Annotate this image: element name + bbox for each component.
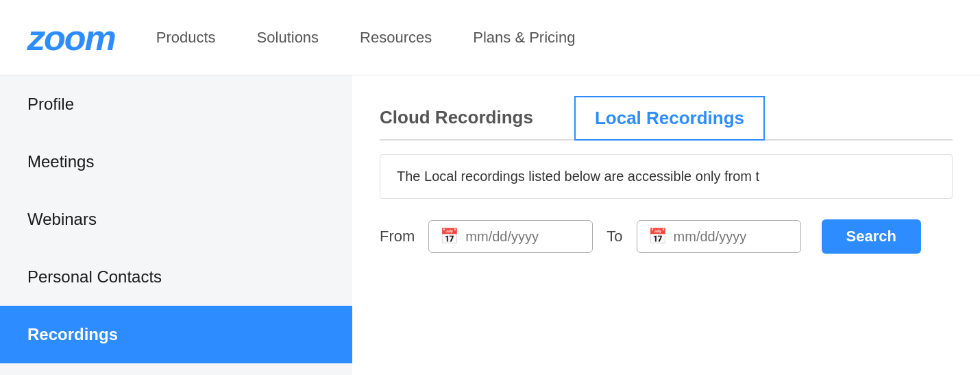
main-layout: Profile Meetings Webinars Personal Conta…	[0, 75, 980, 375]
nav-item-solutions[interactable]: Solutions	[257, 29, 319, 46]
sidebar-item-webinars[interactable]: Webinars	[0, 191, 352, 248]
search-button[interactable]: Search	[822, 219, 921, 254]
content-area: Cloud Recordings Local Recordings The Lo…	[352, 75, 980, 375]
search-row: From 📅 To 📅 Search	[380, 219, 953, 261]
nav-item-resources[interactable]: Resources	[360, 29, 432, 46]
sidebar-item-personal-contacts[interactable]: Personal Contacts	[0, 248, 352, 306]
calendar-icon-to: 📅	[648, 228, 667, 245]
nav-item-plans-pricing[interactable]: Plans & Pricing	[473, 29, 575, 46]
tab-local-recordings[interactable]: Local Recordings	[574, 96, 765, 141]
sidebar-item-settings[interactable]: Settings	[0, 363, 352, 375]
calendar-icon-from: 📅	[440, 228, 458, 245]
from-date-input[interactable]	[465, 229, 581, 245]
sidebar-item-profile[interactable]: Profile	[0, 75, 352, 133]
tabs-bar: Cloud Recordings Local Recordings	[380, 75, 953, 141]
sidebar-item-recordings[interactable]: Recordings	[0, 306, 352, 363]
sidebar: Profile Meetings Webinars Personal Conta…	[0, 75, 352, 375]
info-text-box: The Local recordings listed below are ac…	[380, 154, 953, 199]
sidebar-item-meetings[interactable]: Meetings	[0, 133, 352, 191]
tab-cloud-recordings[interactable]: Cloud Recordings	[380, 96, 554, 139]
from-date-wrapper: 📅	[428, 220, 593, 253]
zoom-logo[interactable]: zoom	[27, 17, 115, 58]
top-navigation: zoom Products Solutions Resources Plans …	[0, 0, 980, 75]
to-date-input[interactable]	[674, 229, 789, 245]
to-label: To	[607, 228, 622, 245]
from-label: From	[380, 228, 415, 245]
to-date-wrapper: 📅	[637, 220, 801, 253]
nav-item-products[interactable]: Products	[156, 29, 216, 46]
nav-links: Products Solutions Resources Plans & Pri…	[156, 29, 576, 47]
info-text: The Local recordings listed below are ac…	[397, 169, 759, 184]
